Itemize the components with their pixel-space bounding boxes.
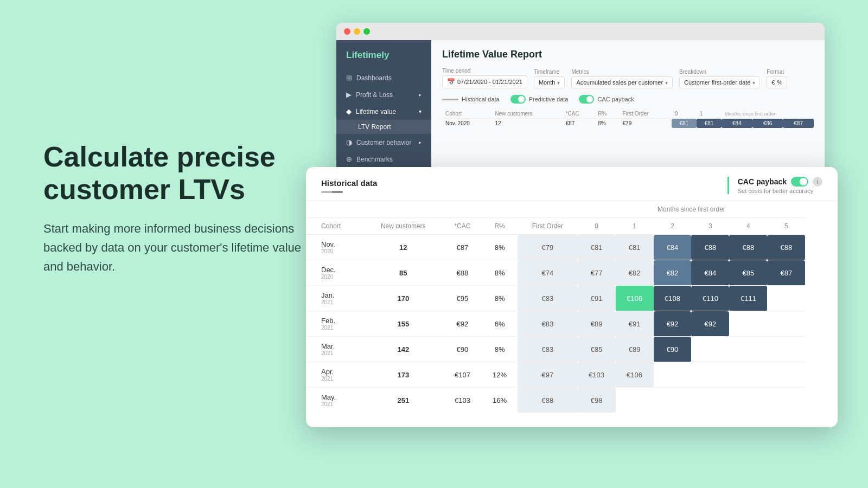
table-cell: 8%: [482, 260, 518, 286]
sidebar-brand: Lifetimely: [336, 50, 431, 69]
chevron-down-icon-breakdown: ▾: [752, 80, 755, 86]
benchmark-icon: ⊕: [346, 155, 352, 163]
sidebar-item-profit-loss[interactable]: ▶ Profit & Loss ▸: [336, 86, 431, 103]
table-cell: 170: [363, 286, 443, 311]
table-cell: €89: [616, 337, 654, 362]
ltv-table: Months since first order Cohort New cust…: [306, 201, 838, 413]
close-button-dot[interactable]: [344, 28, 350, 35]
table-cell: 173: [363, 362, 443, 388]
chevron-right-icon-2: ▸: [419, 139, 422, 145]
cac-section: CAC payback i Set costs for better accur…: [727, 177, 822, 194]
behavior-icon: ◑: [346, 138, 352, 146]
table-cell: €95: [443, 286, 482, 311]
table-cell: 16%: [482, 388, 518, 413]
table-cell: €77: [578, 260, 616, 286]
table-cell: €81: [578, 235, 616, 260]
timeframe-control[interactable]: Month ▾: [534, 76, 565, 88]
info-icon[interactable]: i: [813, 177, 822, 187]
table-cell: [729, 311, 767, 337]
format-control[interactable]: € %: [767, 76, 787, 88]
table-cell: €79: [518, 235, 578, 260]
table-cell: €84: [654, 235, 692, 260]
hist-line-icon: [321, 191, 343, 193]
sidebar-item-lifetime-value[interactable]: ◆ Lifetime value ▾: [336, 103, 431, 120]
table-cell: 155: [363, 311, 443, 337]
cac-sub: Set costs for better accuracy: [738, 188, 822, 194]
table-cell: [767, 337, 805, 362]
predictive-toggle[interactable]: [510, 95, 526, 104]
table-row: Feb. 2021155€926%€83€89€91€92€92: [306, 311, 838, 337]
metrics-filter: Metrics Accumulated sales per customer ▾: [571, 69, 673, 88]
table-cell: €97: [518, 362, 578, 388]
card-header: Historical data CAC payback i Set costs …: [306, 167, 838, 201]
table-cell: 8%: [482, 286, 518, 311]
table-cell: 8%: [482, 235, 518, 260]
cac-title: CAC payback: [738, 177, 787, 186]
format-filter: Format € %: [767, 69, 787, 88]
table-cell: €84: [691, 260, 729, 286]
table-cell: €88: [443, 260, 482, 286]
chevron-down-icon-metrics: ▾: [665, 80, 668, 86]
col3-header: 3: [691, 218, 729, 235]
table-row: Mar. 2021142€908%€83€85€89€90: [306, 337, 838, 362]
first-order-header: First Order: [518, 218, 578, 235]
table-cell: [729, 362, 767, 388]
table-cell: €88: [518, 388, 578, 413]
col1-header: 1: [616, 218, 654, 235]
sidebar-item-benchmarks[interactable]: ⊕ Benchmarks: [336, 151, 431, 168]
table-cell: 142: [363, 337, 443, 362]
grid-icon: ⊞: [346, 74, 352, 82]
table-cell: Apr. 2021: [306, 362, 363, 388]
table-cell: May. 2021: [306, 388, 363, 413]
sidebar-item-dashboards[interactable]: ⊞ Dashboards: [336, 69, 431, 86]
table-cell: €92: [654, 311, 692, 337]
time-period-control[interactable]: 📅 07/21/2020 - 01/21/2021: [442, 75, 527, 88]
table-cell: €103: [578, 362, 616, 388]
cohort-header: Cohort: [306, 218, 363, 235]
minimize-button-dot[interactable]: [354, 28, 360, 35]
breakdown-control[interactable]: Customer first-order date ▾: [679, 76, 760, 88]
chevron-right-icon: ▸: [419, 92, 422, 98]
table-cell: €111: [729, 286, 767, 311]
cac-toggle[interactable]: [579, 95, 594, 104]
col2-header: 2: [654, 218, 692, 235]
table-cell: €81: [616, 235, 654, 260]
table-cell: 8%: [482, 337, 518, 362]
table-cell: [767, 311, 805, 337]
table-cell: 12%: [482, 362, 518, 388]
maximize-button-dot[interactable]: [363, 28, 370, 35]
toggle-section: Historical data Predictive data CAC payb…: [442, 95, 814, 104]
table-cell: Nov. 2020: [306, 235, 363, 260]
table-cell: [729, 388, 767, 413]
table-row: Dec. 202085€888%€74€77€82€82€84€85€87: [306, 260, 838, 286]
sidebar-item-customer-behavior[interactable]: ◑ Customer behavior ▸: [336, 134, 431, 151]
table-row: May. 2021251€10316%€88€98: [306, 388, 838, 413]
table-cell: €88: [691, 235, 729, 260]
table-cell: €106: [616, 286, 654, 311]
historical-title: Historical data: [321, 178, 377, 188]
table-cell: €98: [578, 388, 616, 413]
table-cell: €87: [767, 260, 805, 286]
table-cell: [767, 362, 805, 388]
diamond-icon: ◆: [346, 107, 352, 115]
sub-text: Start making more informed business deci…: [43, 219, 315, 277]
table-cell: €83: [518, 337, 578, 362]
calendar-icon: 📅: [447, 78, 455, 86]
metrics-control[interactable]: Accumulated sales per customer ▾: [571, 76, 673, 88]
historical-section: Historical data: [321, 178, 377, 193]
sidebar-subitem-ltv-report[interactable]: LTV Report: [336, 120, 431, 134]
foreground-card: Historical data CAC payback i Set costs …: [306, 167, 838, 427]
cac-payback-toggle[interactable]: [791, 177, 808, 187]
table-cell: €85: [729, 260, 767, 286]
table-cell: Jan. 2021: [306, 286, 363, 311]
table-cell: [767, 388, 805, 413]
col4-header: 4: [729, 218, 767, 235]
table-cell: €88: [767, 235, 805, 260]
table-area: Months since first order Cohort New cust…: [306, 201, 838, 413]
cac-toggle-item[interactable]: CAC payback: [579, 95, 634, 104]
table-cell: €90: [654, 337, 692, 362]
chevron-down-icon-timeframe: ▾: [557, 80, 560, 86]
chevron-down-icon: ▾: [419, 108, 422, 114]
table-cell: €89: [578, 311, 616, 337]
predictive-toggle-item[interactable]: Predictive data: [510, 95, 569, 104]
